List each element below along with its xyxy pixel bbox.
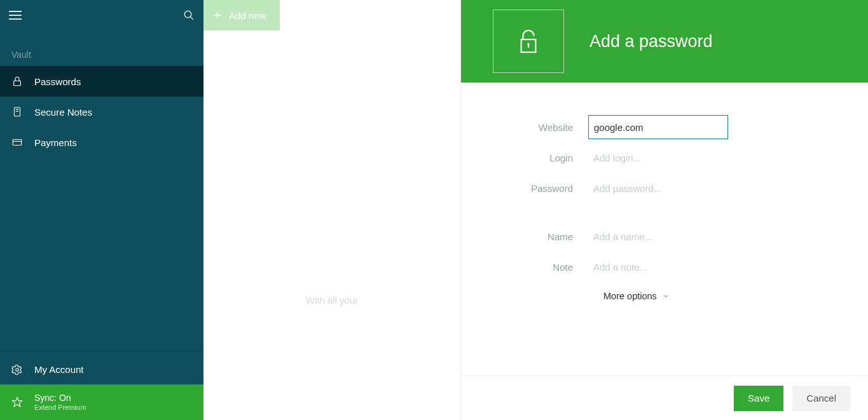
star-icon bbox=[11, 396, 23, 408]
detail-panel: Add a password Website Login Password Na… bbox=[461, 0, 868, 420]
field-row-name: Name bbox=[499, 224, 830, 249]
website-field[interactable] bbox=[588, 115, 728, 139]
field-label: Name bbox=[499, 231, 588, 242]
field-row-note: Note bbox=[499, 254, 830, 280]
sidebar-item-passwords[interactable]: Passwords bbox=[0, 66, 203, 97]
gear-icon bbox=[11, 364, 23, 376]
detail-footer: Save Cancel bbox=[461, 376, 868, 420]
note-icon bbox=[11, 106, 23, 118]
svg-point-13 bbox=[527, 43, 529, 45]
sync-text: Sync: On Extend Premium bbox=[34, 393, 86, 412]
sidebar-item-my-account[interactable]: My Account bbox=[0, 354, 203, 384]
add-new-button[interactable]: Add new bbox=[203, 0, 280, 30]
lock-icon bbox=[11, 76, 23, 87]
svg-point-0 bbox=[184, 11, 191, 18]
more-options-toggle[interactable]: More options bbox=[603, 291, 830, 301]
name-field[interactable] bbox=[588, 224, 728, 248]
chevron-down-icon bbox=[662, 292, 670, 300]
field-label: Login bbox=[499, 152, 588, 163]
sidebar-item-label: Payments bbox=[34, 137, 77, 148]
password-field[interactable] bbox=[588, 176, 728, 200]
note-field[interactable] bbox=[588, 255, 728, 279]
sidebar: Vault Passwords Secure Notes Payments My… bbox=[0, 0, 203, 420]
sidebar-item-label: Secure Notes bbox=[34, 107, 92, 118]
save-button[interactable]: Save bbox=[734, 386, 783, 411]
plus-icon bbox=[212, 10, 223, 20]
sync-title: Sync: On bbox=[34, 393, 86, 403]
add-new-label: Add new bbox=[229, 10, 266, 21]
sidebar-item-label: My Account bbox=[34, 364, 84, 375]
svg-point-8 bbox=[16, 368, 19, 371]
form-area: Website Login Password Name Note bbox=[461, 83, 868, 376]
sidebar-item-secure-notes[interactable]: Secure Notes bbox=[0, 97, 203, 127]
detail-header: Add a password bbox=[461, 0, 868, 83]
svg-rect-6 bbox=[13, 140, 22, 146]
empty-list-hint: With all your bbox=[203, 295, 460, 306]
svg-rect-3 bbox=[15, 107, 20, 116]
field-row-website: Website bbox=[499, 114, 830, 140]
hamburger-menu-icon[interactable] bbox=[9, 11, 22, 20]
card-icon bbox=[11, 137, 23, 148]
field-row-password: Password bbox=[499, 175, 830, 201]
lock-icon bbox=[517, 29, 540, 54]
svg-marker-9 bbox=[13, 398, 22, 407]
svg-line-1 bbox=[190, 17, 193, 20]
detail-header-title: Add a password bbox=[589, 32, 713, 51]
sidebar-item-payments[interactable]: Payments bbox=[0, 127, 203, 158]
field-label: Website bbox=[499, 122, 588, 133]
sidebar-item-sync[interactable]: Sync: On Extend Premium bbox=[0, 384, 203, 420]
field-label: Note bbox=[499, 262, 588, 273]
detail-header-tile bbox=[493, 10, 564, 73]
search-icon[interactable] bbox=[183, 10, 195, 21]
sidebar-item-label: Passwords bbox=[34, 76, 81, 87]
login-field[interactable] bbox=[588, 146, 728, 170]
sync-subtitle: Extend Premium bbox=[34, 403, 86, 412]
svg-rect-2 bbox=[14, 81, 21, 86]
sidebar-topbar bbox=[0, 0, 203, 30]
field-label: Password bbox=[499, 183, 588, 194]
cancel-button[interactable]: Cancel bbox=[792, 386, 850, 411]
sidebar-section-label: Vault bbox=[0, 30, 203, 66]
field-row-login: Login bbox=[499, 145, 830, 170]
item-list-column: Add new With all your bbox=[203, 0, 461, 420]
more-options-label: More options bbox=[603, 291, 657, 301]
